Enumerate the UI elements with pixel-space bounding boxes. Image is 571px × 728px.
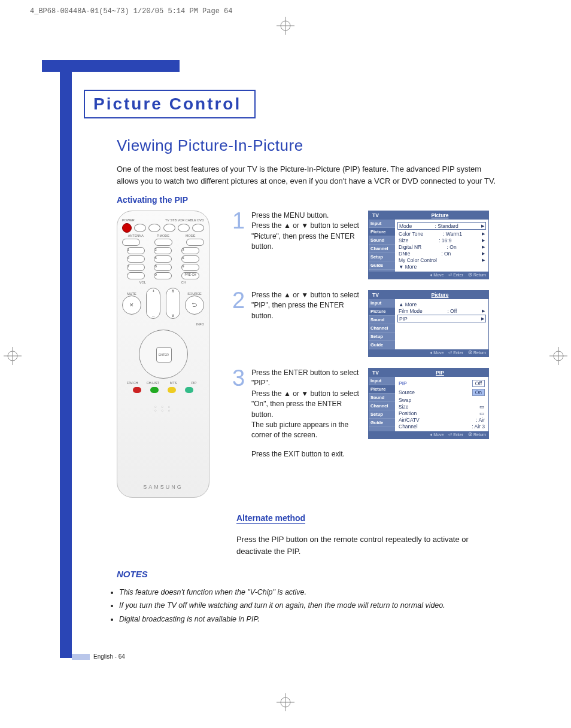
osd-row-value: : Air 3 [472,424,485,430]
size-icon: ▭ [479,404,485,410]
num-7: 7 [127,264,145,271]
osd-menu-item: Picture [369,228,395,236]
step-text: Press the ENTER button to select "PIP". … [251,368,362,441]
osd-row-label: Film Mode [399,308,423,314]
mode-label: MODE [177,234,204,237]
osd-title: PIP [391,368,488,377]
antenna-label: ANTENNA [122,234,150,237]
power-button-icon [122,223,132,233]
crop-mark-top [0,17,571,35]
osd-row-label: ▼ More [399,264,417,270]
red-button-icon [133,387,141,393]
brand-logo: SAMSUNG [117,484,209,490]
osd-row-label: PIP [399,316,408,322]
step-number: 2 [232,290,247,310]
pill-btn [122,239,140,246]
step-number: 1 [232,211,247,231]
osd-title: Picture [391,211,488,220]
osd-menu-item: Setup [369,410,395,419]
alternate-method-head: Alternate method [236,513,305,524]
osd-menu-item: Guide [369,419,395,427]
source-button-icon: ⮌ [185,296,204,315]
pip-option-off: Off [472,380,485,387]
intro-text: One of the most best features of your TV… [117,163,500,187]
osd-footer: ♦ Move⏎ Enter⦿ Return [369,349,488,357]
osd-tv-label: TV [369,291,391,299]
osd-left-menu: Input Picture Sound Channel Setup Guide [369,220,395,272]
osd-row-value: : Off [447,308,457,314]
pmode-label: P.MODE [150,234,177,237]
osd-right-panel: ▲ More Film Mode: Off▶ PIP▶ [395,299,488,349]
chlist-label: CH.LIST [142,381,163,385]
osd-row-label: PIP [399,380,407,386]
osd-pip: TVPIP Input Picture Sound Channel Setup … [368,368,489,439]
mode-btn [192,224,204,232]
position-icon: ▭ [479,410,485,416]
pip-label: PIP [184,381,204,385]
osd-menu-item: Channel [369,402,395,410]
num-5: 5 [154,255,172,263]
osd-row-label: Color Tone [399,231,423,237]
osd-tv-label: TV [369,368,391,377]
osd-menu-item: Channel [369,324,395,333]
num-0: 0 [154,272,172,279]
source-label: SOURCE [185,292,204,296]
step-2: 2 Press the ▲ or ▼ button to select "PIP… [232,290,362,321]
osd-left-menu: Input Picture Sound Channel Setup Guide [369,299,395,349]
osd-picture-2: TVPicture Input Picture Sound Channel Se… [368,290,489,357]
pill-btn [186,239,204,246]
remote-illustration: POWERTV STB VCR CABLE DVD ANTENNAP.MODEM… [117,211,209,498]
info-label: INFO [122,322,204,326]
osd-right-panel: PIPOff SourceOn Swap Size▭ Position▭ Air… [395,377,488,431]
vol-rocker: +– [146,288,160,319]
mute-label: MUTE [122,292,141,296]
osd-row-label: Channel [399,424,418,430]
step-number: 3 [232,368,247,388]
osd-menu-item: Sound [369,236,395,245]
osd-row-value: : Warm1 [443,231,462,237]
crop-mark-right [549,347,567,367]
osd-row-label: Mode [399,223,412,229]
mode-btn [163,224,175,232]
exit-line: Press the EXIT button to exit. [251,450,500,458]
osd-row-label: Size [399,237,409,243]
osd-title: Picture [391,291,488,299]
osd-row-label: DNIe [399,251,410,257]
step-text: Press the MENU button. Press the ▲ or ▼ … [251,211,362,252]
footer-text: English - 64 [93,653,125,660]
osd-row-value: : On [447,244,457,250]
osd-row-label: Source [399,389,415,395]
osd-menu-item: Input [369,220,395,228]
pill-btn [154,239,172,246]
osd-row-value: : 16:9 [439,237,451,243]
num-6: 6 [181,255,199,263]
osd-menu-item: Sound [369,316,395,324]
osd-menu-item: Input [369,377,395,385]
ch-rocker: ∧∨ [166,288,180,319]
mode-btn [148,224,160,232]
osd-menu-item: Input [369,299,395,307]
osd-row-label: Digital NR [399,244,421,250]
notes-heading: NOTES [117,569,500,579]
mode-btn [134,224,146,232]
mts-label: MTS [163,381,184,385]
osd-menu-item: Sound [369,394,395,402]
osd-picture-1: TVPicture Input Picture Sound Channel Se… [368,211,489,279]
osd-menu-item: Picture [369,307,395,316]
chapter-title: Picture Control [84,90,256,118]
note-item: Digital broadcasting is not available in… [119,614,500,625]
osd-menu-item: Guide [369,261,395,270]
mode-btn [178,224,190,232]
printer-mark: 4_BP68-00448A-01(54~73) 1/20/05 5:14 PM … [30,7,232,16]
step-text: Press the ▲ or ▼ button to select "PIP",… [251,290,362,321]
num-4: 4 [127,255,145,263]
dpad: ENTER [139,330,188,379]
osd-footer: ♦ Move⏎ Enter⦿ Return [369,431,488,438]
footer-tab [72,654,90,660]
osd-right-panel: Mode: Standard▶ Color Tone: Warm1▶ Size:… [395,220,488,272]
dash-btn: – [127,272,145,279]
green-button-icon [150,387,159,393]
step-1: 1 Press the MENU button. Press the ▲ or … [232,211,362,252]
favch-label: FAV.CH [122,381,142,385]
pip-option-on: On [472,389,485,396]
